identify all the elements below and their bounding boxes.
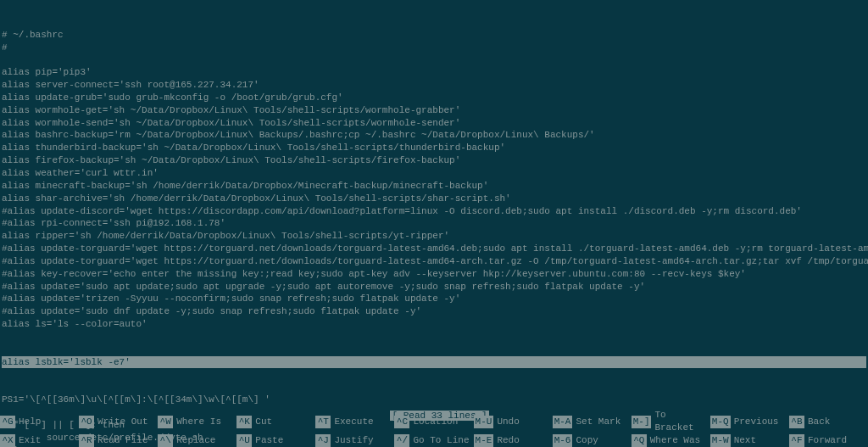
editor-content[interactable]: # ~/.bashrc# alias pip='pip3'alias serve… (0, 0, 868, 447)
menu-label: Cut (252, 416, 272, 428)
menu-key: M-A (553, 416, 573, 428)
menu-label: Location (409, 416, 458, 428)
menu-label: Help (15, 416, 41, 428)
menu-item[interactable]: M-ERedo (474, 434, 553, 447)
file-line[interactable]: alias weather='curl wttr.in' (2, 167, 866, 180)
menu-key: ^/ (394, 434, 409, 447)
file-line[interactable]: alias firefox-backup='sh ~/Data/Dropbox/… (2, 154, 866, 167)
menu-key: ^B (789, 416, 804, 428)
menu-item[interactable]: M-ASet Mark (553, 409, 632, 434)
help-menu: ^GHelp^OWrite Out^WWhere Is^KCut^TExecut… (0, 409, 868, 447)
file-line[interactable]: # ~/.bashrc (2, 29, 866, 42)
menu-item[interactable]: ^UPaste (236, 434, 315, 447)
menu-key: ^X (0, 434, 15, 447)
menu-key: ^Q (632, 434, 647, 447)
file-line[interactable]: # (2, 42, 866, 54)
menu-label: Go To Line (409, 434, 469, 447)
menu-label: Copy (572, 434, 598, 447)
menu-item[interactable]: ^RRead File (79, 434, 158, 447)
menu-key: ^G (0, 416, 15, 428)
file-line[interactable]: alias wormhole-get='sh ~/Data/Dropbox/Li… (2, 104, 866, 117)
menu-item[interactable]: ^\Replace (158, 434, 236, 447)
menu-key: ^W (158, 416, 173, 428)
menu-label: Justify (331, 434, 373, 447)
menu-item[interactable]: M-]To Bracket (632, 409, 710, 434)
menu-item[interactable]: ^/Go To Line (394, 434, 473, 447)
menu-item[interactable]: ^XExit (0, 434, 79, 447)
menu-item[interactable]: ^QWhere Was (632, 434, 710, 447)
menu-item[interactable]: M-6Copy (553, 434, 632, 447)
menu-item[interactable]: M-QPrevious (710, 409, 789, 434)
menu-item[interactable]: ^GHelp (0, 409, 79, 434)
menu-key: ^U (236, 434, 252, 447)
menu-item[interactable]: ^WWhere Is (158, 409, 236, 434)
menu-label: Set Mark (572, 416, 620, 428)
menu-label: Execute (331, 416, 373, 428)
file-line[interactable]: alias ripper='sh /home/derrik/Data/Dropb… (2, 230, 866, 243)
menu-label: Where Is (173, 416, 221, 428)
file-line[interactable]: alias thunderbird-backup='sh ~/Data/Drop… (2, 142, 866, 154)
menu-label: Forward (804, 434, 847, 447)
menu-key: ^K (236, 416, 252, 428)
menu-label: Redo (493, 434, 519, 447)
menu-item[interactable]: ^FForward (789, 434, 868, 447)
file-line[interactable]: alias server-connect='ssh root@165.227.3… (2, 79, 866, 92)
file-line[interactable]: alias shar-archive='sh /home/derrik/Data… (2, 193, 866, 205)
menu-key: ^F (789, 434, 804, 447)
menu-item[interactable]: ^BBack (789, 409, 868, 434)
file-line[interactable]: #alias update-torguard='wget https://tor… (2, 255, 866, 268)
menu-item[interactable]: ^CLocation (394, 409, 473, 434)
menu-key: M-U (474, 416, 494, 428)
file-line[interactable]: #alias update='trizen -Syyuu --noconfirm… (2, 293, 866, 305)
file-line[interactable]: alias update-grub='sudo grub-mkconfig -o… (2, 92, 866, 104)
file-line[interactable]: alias minecraft-backup='sh /home/derrik/… (2, 180, 866, 193)
menu-label: Where Was (647, 434, 700, 447)
menu-key: M-] (632, 416, 652, 428)
file-line[interactable]: #alias update='sudo apt update;sudo apt … (2, 281, 866, 293)
menu-item[interactable]: M-UUndo (474, 409, 553, 434)
menu-key: ^J (315, 434, 331, 447)
cursor-line[interactable]: alias lsblk='lsblk -e7' (2, 356, 866, 369)
menu-key: M-W (710, 434, 731, 447)
file-line[interactable]: alias ls='ls --color=auto' (2, 318, 866, 331)
menu-item[interactable]: ^JJustify (315, 434, 394, 447)
menu-label: Undo (493, 416, 519, 428)
file-line[interactable]: #alias update='sudo dnf update -y;sudo s… (2, 305, 866, 318)
menu-item[interactable]: ^OWrite Out (79, 409, 158, 434)
file-line[interactable]: #alias update-discord='wget https://disc… (2, 205, 866, 218)
file-line[interactable]: #alias rpi-connect='ssh pi@192.168.1.78' (2, 217, 866, 230)
menu-key: M-6 (553, 434, 573, 447)
file-line[interactable]: alias pip='pip3' (2, 66, 866, 79)
file-line[interactable] (2, 53, 866, 66)
menu-key: ^O (79, 416, 94, 428)
file-line[interactable]: alias wormhole-send='sh ~/Data/Dropbox/L… (2, 117, 866, 130)
menu-item[interactable]: ^KCut (236, 409, 315, 434)
file-line[interactable]: alias bashrc-backup='rm ~/Data/Dropbox/L… (2, 129, 866, 142)
menu-item[interactable]: M-WNext (710, 434, 789, 447)
menu-label: To Bracket (651, 409, 709, 434)
menu-label: Write Out (94, 416, 147, 428)
menu-label: Previous (731, 416, 779, 428)
menu-label: Exit (15, 434, 41, 447)
menu-key: ^T (315, 416, 331, 428)
menu-label: Next (731, 434, 756, 447)
menu-key: ^\ (158, 434, 173, 447)
menu-label: Read File (94, 434, 147, 447)
file-line[interactable]: #alias key-recover='echo enter the missi… (2, 268, 866, 281)
menu-label: Paste (252, 434, 283, 447)
menu-label: Back (804, 416, 830, 428)
menu-key: ^C (394, 416, 409, 428)
menu-key: M-Q (710, 416, 731, 428)
menu-item[interactable]: ^TExecute (315, 409, 394, 434)
menu-key: ^R (79, 434, 94, 447)
menu-key: M-E (474, 434, 494, 447)
file-line[interactable]: #alias update-torguard='wget https://tor… (2, 243, 866, 255)
menu-label: Replace (173, 434, 215, 447)
